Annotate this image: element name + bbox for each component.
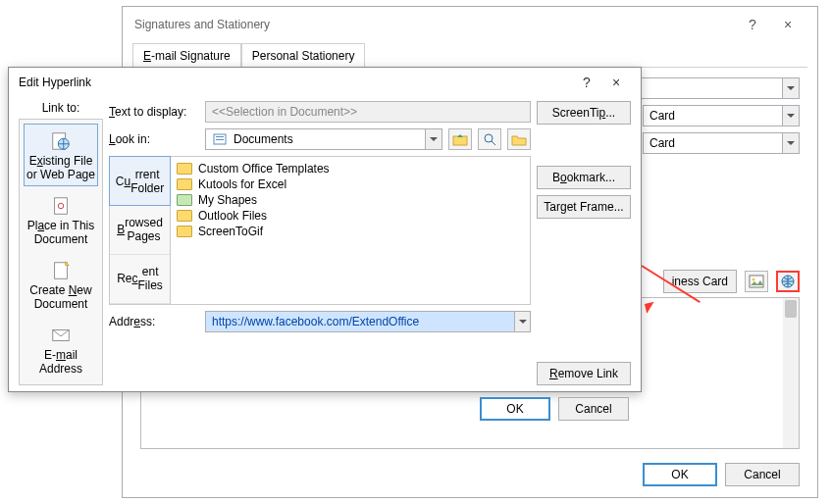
file-name: ScreenToGif (198, 225, 263, 238)
new-document-icon (50, 260, 72, 281)
browse-tab-current-folder[interactable]: CurrentFolder (109, 156, 171, 206)
close-button[interactable]: × (770, 17, 805, 32)
hyperlink-ok-button[interactable]: OK (480, 397, 550, 421)
lookin-value: Documents (234, 132, 293, 146)
lookin-combo[interactable]: Documents (205, 128, 442, 150)
bookmark-button[interactable]: Bookmark... (537, 166, 631, 189)
folder-open-icon (511, 131, 527, 147)
list-item[interactable]: Custom Office Templates (175, 161, 526, 176)
search-web-icon (482, 131, 497, 147)
tab-email-signature[interactable]: EE-mail Signature-mail Signature (132, 43, 241, 68)
address-dropdown-button[interactable] (514, 311, 531, 332)
list-item[interactable]: ScreenToGif (175, 224, 526, 239)
signatures-titlebar: Signatures and Stationery ? × (123, 7, 817, 42)
svg-rect-0 (750, 276, 763, 287)
file-list[interactable]: Custom Office Templates Kutools for Exce… (171, 157, 530, 304)
signatures-ok-button[interactable]: OK (643, 463, 717, 486)
address-label: Address: (109, 315, 199, 328)
text-to-display-field: <<Selection in Document>> (205, 101, 531, 123)
folder-icon (177, 163, 192, 175)
file-name: Kutools for Excel (198, 177, 286, 191)
picture-icon (749, 274, 764, 289)
document-target-icon (50, 195, 72, 217)
linkto-place-in-doc[interactable]: Place in ThisDocument (24, 188, 98, 251)
folder-up-icon (452, 131, 468, 147)
help-button[interactable]: ? (735, 17, 770, 32)
browse-file-button[interactable] (507, 128, 531, 150)
file-name: Outlook Files (198, 209, 267, 223)
text-to-display-label: Text to display: (109, 105, 199, 119)
edit-hyperlink-dialog: Edit Hyperlink ? × Link to: Existing Fil… (8, 67, 642, 392)
signatures-cancel-button[interactable]: Cancel (725, 463, 800, 486)
hyp-help-button[interactable]: ? (572, 75, 601, 90)
svg-rect-12 (453, 136, 467, 145)
folder-icon (177, 210, 192, 222)
list-item[interactable]: My Shapes (175, 192, 526, 208)
svg-rect-5 (55, 198, 68, 215)
target-frame-button[interactable]: Target Frame... (537, 195, 631, 219)
signatures-tabs: EE-mail Signature-mail Signature Persona… (132, 42, 807, 68)
browse-tab-recent-files[interactable]: RecentFiles (110, 255, 170, 304)
up-folder-button[interactable] (448, 128, 472, 150)
remove-link-button[interactable]: Remove Link (537, 362, 631, 385)
browse-web-button[interactable] (478, 128, 501, 150)
sig-combo-3-value: Card (649, 136, 675, 150)
globe-page-icon (50, 130, 72, 152)
svg-point-1 (753, 278, 755, 281)
address-input[interactable] (205, 311, 514, 332)
svg-rect-11 (216, 139, 224, 140)
signatures-title-text: Signatures and Stationery (134, 18, 270, 31)
insert-hyperlink-button[interactable] (776, 271, 800, 292)
linkto-email-address[interactable]: E-mailAddress (24, 318, 98, 380)
edit-hyperlink-title-text: Edit Hyperlink (19, 76, 91, 89)
sig-combo-3[interactable]: Card (643, 132, 800, 154)
folder-icon (177, 178, 192, 190)
tab-personal-stationery[interactable]: Personal Stationery (241, 43, 366, 68)
linkto-place-label: Place in ThisDocument (26, 219, 95, 246)
sig-combo-2-value: Card (649, 109, 675, 123)
documents-folder-icon (212, 131, 228, 147)
linkto-create-label: Create NewDocument (26, 283, 95, 311)
list-item[interactable]: Kutools for Excel (175, 176, 526, 192)
hyperlink-cancel-button[interactable]: Cancel (558, 397, 629, 421)
list-item[interactable]: Outlook Files (175, 208, 526, 224)
svg-point-13 (485, 134, 493, 142)
browse-tab-browsed-pages[interactable]: BrowsedPages (110, 205, 170, 254)
linkto-panel: Existing Fileor Web Page Place in ThisDo… (19, 119, 103, 385)
business-card-button[interactable]: iness Card (663, 270, 737, 293)
insert-picture-button[interactable] (745, 271, 768, 292)
address-field[interactable] (205, 311, 531, 332)
sig-combo-2[interactable]: Card (643, 105, 800, 126)
folder-icon (177, 194, 192, 206)
editor-scrollbar[interactable] (783, 298, 799, 448)
hyp-close-button[interactable]: × (601, 75, 631, 90)
linkto-create-new[interactable]: Create NewDocument (24, 253, 98, 316)
file-name: Custom Office Templates (198, 162, 330, 176)
svg-rect-10 (216, 136, 224, 137)
linkto-email-label: E-mailAddress (26, 348, 95, 376)
globe-link-icon (780, 274, 796, 289)
edit-hyperlink-titlebar: Edit Hyperlink ? × (9, 68, 641, 97)
envelope-icon (50, 325, 72, 346)
linkto-label: Link to: (19, 101, 103, 115)
linkto-existing-file[interactable]: Existing Fileor Web Page (24, 124, 98, 186)
lookin-label: Look in: (109, 132, 199, 146)
linkto-existing-label: Existing Fileor Web Page (26, 154, 95, 181)
file-name: My Shapes (198, 193, 257, 207)
folder-icon (177, 226, 192, 237)
screentip-button[interactable]: ScreenTip... (537, 101, 631, 125)
